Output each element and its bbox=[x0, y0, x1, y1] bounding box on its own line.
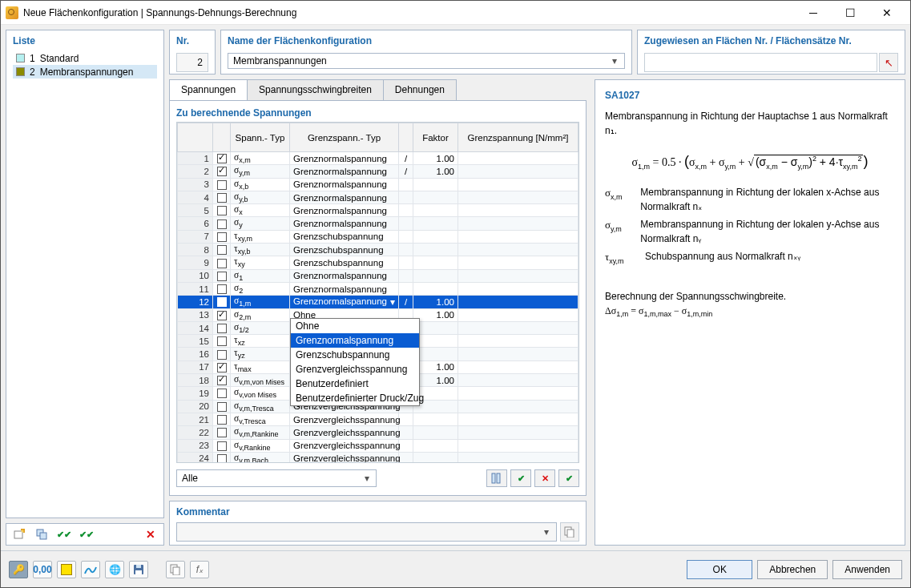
cell-grenztyp[interactable]: Grenzschubspannung bbox=[290, 256, 399, 269]
delete-config-button[interactable]: ✕ bbox=[141, 525, 160, 544]
cell-grenztyp[interactable]: Grenznormalspannung bbox=[290, 165, 399, 178]
color-button[interactable] bbox=[57, 561, 76, 578]
dropdown-option[interactable]: Grenzvergleichsspannung bbox=[291, 362, 419, 377]
row-checkbox[interactable] bbox=[213, 217, 231, 230]
tab-spannungsschwingbreiten[interactable]: Spannungsschwingbreiten bbox=[247, 79, 384, 100]
table-row[interactable]: 6 σy Grenznormalspannung bbox=[178, 217, 578, 230]
row-checkbox[interactable] bbox=[213, 191, 231, 203]
cell-faktor[interactable] bbox=[413, 204, 458, 217]
table-row[interactable]: 23 σv,Rankine Grenzvergleichsspannung bbox=[178, 439, 578, 452]
cell-grenzspannung[interactable] bbox=[458, 165, 578, 178]
col-grenztyp[interactable]: Grenzspann.- Typ bbox=[290, 123, 399, 152]
cell-spanntyp[interactable]: σx,m bbox=[231, 152, 290, 165]
table-row[interactable]: 1 σx,m Grenznormalspannung / 1.00 bbox=[178, 152, 578, 165]
cell-grenzspannung[interactable] bbox=[458, 308, 578, 321]
cell-grenzspannung[interactable] bbox=[458, 335, 578, 348]
cell-faktor[interactable]: 1.00 bbox=[413, 152, 458, 165]
cell-faktor[interactable] bbox=[413, 217, 458, 230]
cell-spanntyp[interactable]: τxz bbox=[231, 335, 290, 348]
cell-grenztyp[interactable]: Grenznormalspannung bbox=[290, 282, 399, 295]
row-checkbox[interactable] bbox=[213, 348, 231, 360]
cell-grenzspannung[interactable] bbox=[458, 269, 578, 282]
cell-spanntyp[interactable]: σ2 bbox=[231, 282, 290, 295]
close-button[interactable]: ✕ bbox=[869, 1, 905, 25]
dropdown-option[interactable]: Benutzerdefinierter Druck/Zug bbox=[291, 391, 419, 405]
ok-button[interactable]: OK bbox=[687, 560, 752, 579]
row-checkbox[interactable] bbox=[213, 178, 231, 191]
cell-grenzspannung[interactable] bbox=[458, 426, 578, 439]
cell-spanntyp[interactable]: σ1/2 bbox=[231, 321, 290, 334]
minimize-button[interactable]: ─ bbox=[795, 1, 832, 25]
row-checkbox[interactable] bbox=[213, 165, 231, 178]
cell-grenzspannung[interactable] bbox=[458, 256, 578, 269]
filter-combo[interactable]: Alle ▾ bbox=[176, 469, 377, 487]
cell-spanntyp[interactable]: σv,Tresca bbox=[231, 413, 290, 425]
row-checkbox[interactable] bbox=[213, 413, 231, 425]
dropdown-option[interactable]: Grenzschubspannung bbox=[291, 348, 419, 362]
table-row[interactable]: 12 σ1,m Grenznormalspannung ▾ / 1.00 bbox=[178, 296, 578, 308]
new-config-button[interactable] bbox=[10, 525, 29, 544]
cell-grenztyp[interactable]: Grenzschubspannung bbox=[290, 230, 399, 243]
refresh-button[interactable]: 🌐 bbox=[105, 561, 124, 578]
cell-faktor[interactable] bbox=[413, 426, 458, 439]
cell-spanntyp[interactable]: τmax bbox=[231, 360, 290, 373]
cell-spanntyp[interactable]: σv,m,Rankine bbox=[231, 426, 290, 439]
cell-grenzspannung[interactable] bbox=[458, 387, 578, 400]
cell-grenztyp[interactable]: Grenznormalspannung bbox=[290, 269, 399, 282]
cell-spanntyp[interactable]: τxy bbox=[231, 256, 290, 269]
cell-grenztyp[interactable]: Grenznormalspannung bbox=[290, 152, 399, 165]
help-button[interactable]: 🔑 bbox=[9, 561, 28, 578]
row-checkbox[interactable] bbox=[213, 296, 231, 308]
cell-grenzspannung[interactable] bbox=[458, 178, 578, 191]
cell-grenztyp[interactable]: Grenzvergleichsspannung bbox=[290, 439, 399, 452]
row-checkbox[interactable] bbox=[213, 335, 231, 348]
row-checkbox[interactable] bbox=[213, 269, 231, 282]
cell-grenztyp[interactable]: Grenznormalspannung bbox=[290, 191, 399, 203]
col-faktor[interactable]: Faktor bbox=[413, 123, 458, 152]
cell-grenztyp[interactable]: Grenznormalspannung bbox=[290, 204, 399, 217]
tab-spannungen[interactable]: Spannungen bbox=[169, 79, 248, 100]
table-row[interactable]: 3 σx,b Grenznormalspannung bbox=[178, 178, 578, 191]
dropdown-option[interactable]: Benutzerdefiniert bbox=[291, 377, 419, 391]
cell-spanntyp[interactable]: σv,Rankine bbox=[231, 439, 290, 452]
cell-faktor[interactable]: 1.00 bbox=[413, 296, 458, 308]
col-grenzsp[interactable]: Grenzspannung [N/mm²] bbox=[458, 123, 578, 152]
grenztyp-dropdown[interactable]: OhneGrenznormalspannungGrenzschubspannun… bbox=[290, 318, 420, 406]
row-checkbox[interactable] bbox=[213, 152, 231, 165]
cell-grenzspannung[interactable] bbox=[458, 282, 578, 295]
cell-faktor[interactable] bbox=[413, 413, 458, 425]
cell-spanntyp[interactable]: σv,m,Tresca bbox=[231, 400, 290, 413]
cell-faktor[interactable] bbox=[413, 439, 458, 452]
copy-config-button[interactable] bbox=[32, 525, 51, 544]
row-checkbox[interactable] bbox=[213, 452, 231, 463]
table-row[interactable]: 9 τxy Grenzschubspannung bbox=[178, 256, 578, 269]
cell-grenztyp[interactable]: Grenzvergleichsspannung bbox=[290, 413, 399, 425]
cell-spanntyp[interactable]: σ2,m bbox=[231, 308, 290, 321]
cell-grenzspannung[interactable] bbox=[458, 452, 578, 463]
cell-spanntyp[interactable]: σv,von Mises bbox=[231, 387, 290, 400]
table-row[interactable]: 21 σv,Tresca Grenzvergleichsspannung bbox=[178, 413, 578, 425]
cell-grenzspannung[interactable] bbox=[458, 360, 578, 373]
cell-spanntyp[interactable]: σv,m,von Mises bbox=[231, 374, 290, 387]
list-item[interactable]: 2 Membranspannungen bbox=[13, 65, 157, 79]
cell-spanntyp[interactable]: σy,m bbox=[231, 165, 290, 178]
col-spanntyp[interactable]: Spann.- Typ bbox=[231, 123, 290, 152]
table-row[interactable]: 2 σy,m Grenznormalspannung / 1.00 bbox=[178, 165, 578, 178]
cell-grenzspannung[interactable] bbox=[458, 348, 578, 360]
row-checkbox[interactable] bbox=[213, 374, 231, 387]
row-checkbox[interactable] bbox=[213, 360, 231, 373]
cancel-button[interactable]: Abbrechen bbox=[757, 560, 828, 579]
row-checkbox[interactable] bbox=[213, 204, 231, 217]
cell-spanntyp[interactable]: σx bbox=[231, 204, 290, 217]
cell-grenzspannung[interactable] bbox=[458, 204, 578, 217]
nr-input[interactable]: 2 bbox=[176, 53, 208, 72]
cell-spanntyp[interactable]: τyz bbox=[231, 348, 290, 360]
comment-combo[interactable]: ▾ bbox=[176, 522, 557, 542]
set-unchecked-button[interactable]: ✕ bbox=[534, 469, 555, 487]
table-row[interactable]: 10 σ1 Grenznormalspannung bbox=[178, 269, 578, 282]
cell-grenzspannung[interactable] bbox=[458, 374, 578, 387]
dropdown-option[interactable]: Grenznormalspannung bbox=[291, 333, 419, 348]
table-row[interactable]: 24 σv,m,Bach Grenzvergleichsspannung bbox=[178, 452, 578, 463]
cell-grenztyp[interactable]: Grenzschubspannung bbox=[290, 244, 399, 256]
row-checkbox[interactable] bbox=[213, 308, 231, 321]
